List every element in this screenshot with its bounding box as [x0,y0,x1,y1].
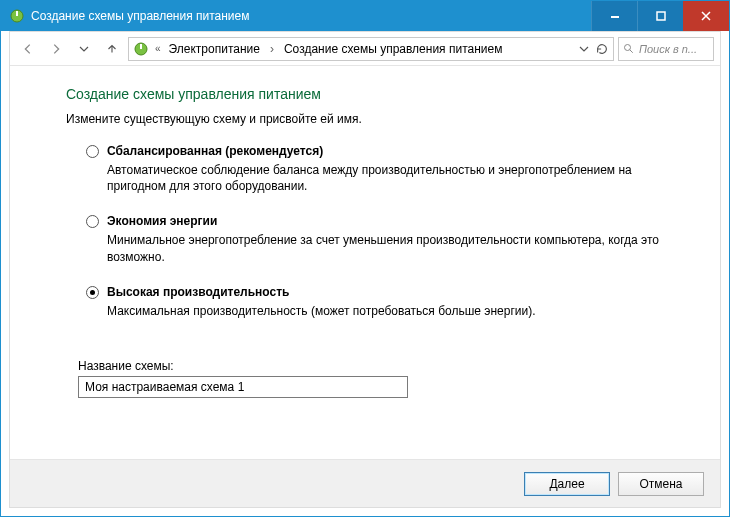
minimize-button[interactable] [591,1,637,31]
nav-recent-button[interactable] [72,37,96,61]
svg-rect-2 [611,16,619,18]
nav-back-button[interactable] [16,37,40,61]
svg-rect-3 [657,12,665,20]
search-placeholder: Поиск в п... [639,43,697,55]
radio-high-performance[interactable] [86,286,99,299]
maximize-button[interactable] [637,1,683,31]
search-icon [623,43,635,55]
svg-rect-5 [140,44,142,49]
page-heading: Создание схемы управления питанием [66,86,680,102]
page-body: Создание схемы управления питанием Измен… [10,66,720,398]
control-panel-icon [133,41,149,57]
address-bar[interactable]: « Электропитание › Создание схемы управл… [128,37,614,61]
cancel-button[interactable]: Отмена [618,472,704,496]
page-subtext: Измените существующую схему и присвойте … [66,112,680,126]
option-description: Минимальное энергопотребление за счет ум… [107,232,667,264]
address-dropdown-icon[interactable] [579,44,589,54]
plan-name-section: Название схемы: [66,359,680,398]
option-balanced[interactable]: Сбалансированная (рекомендуется) Автомат… [66,144,680,194]
breadcrumb-current[interactable]: Создание схемы управления питанием [282,42,504,56]
radio-power-saver[interactable] [86,215,99,228]
navbar: « Электропитание › Создание схемы управл… [10,32,720,66]
power-options-icon [9,8,25,24]
plan-name-label: Название схемы: [78,359,680,373]
svg-rect-1 [16,11,18,16]
option-power-saver[interactable]: Экономия энергии Минимальное энергопотре… [66,214,680,264]
breadcrumb-separator-icon: › [266,42,278,56]
titlebar[interactable]: Создание схемы управления питанием [1,1,729,31]
window-frame: Создание схемы управления питанием « Эле… [0,0,730,517]
option-label: Экономия энергии [107,214,667,228]
nav-up-button[interactable] [100,37,124,61]
plan-name-input[interactable] [78,376,408,398]
content-frame: « Электропитание › Создание схемы управл… [9,31,721,508]
option-description: Автоматическое соблюдение баланса между … [107,162,667,194]
option-description: Максимальная производительность (может п… [107,303,536,319]
option-high-performance[interactable]: Высокая производительность Максимальная … [66,285,680,319]
breadcrumb-root[interactable]: Электропитание [167,42,262,56]
footer-bar: Далее Отмена [10,459,720,507]
close-button[interactable] [683,1,729,31]
window-title: Создание схемы управления питанием [31,9,591,23]
window-controls [591,1,729,31]
breadcrumb-chevron-icon: « [153,43,163,54]
nav-forward-button[interactable] [44,37,68,61]
option-label: Высокая производительность [107,285,536,299]
next-button[interactable]: Далее [524,472,610,496]
svg-point-6 [625,44,631,50]
option-label: Сбалансированная (рекомендуется) [107,144,667,158]
radio-balanced[interactable] [86,145,99,158]
refresh-icon[interactable] [595,42,609,56]
search-input[interactable]: Поиск в п... [618,37,714,61]
